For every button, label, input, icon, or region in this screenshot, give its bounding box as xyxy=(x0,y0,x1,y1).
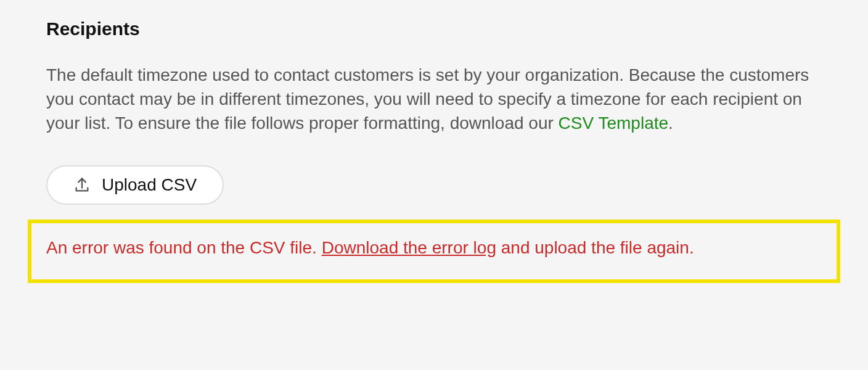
error-text-suffix: and upload the file again. xyxy=(496,238,694,257)
upload-icon xyxy=(73,176,91,194)
recipients-heading: Recipients xyxy=(46,18,822,39)
download-error-log-link[interactable]: Download the error log xyxy=(322,238,496,257)
upload-csv-button[interactable]: Upload CSV xyxy=(46,165,224,205)
recipients-description: The default timezone used to contact cus… xyxy=(46,63,822,136)
description-text-1: The default timezone used to contact cus… xyxy=(46,65,809,133)
description-text-2: . xyxy=(668,113,673,133)
error-message-box: An error was found on the CSV file. Down… xyxy=(28,220,840,283)
error-text-prefix: An error was found on the CSV file. xyxy=(46,238,322,257)
upload-csv-label: Upload CSV xyxy=(102,175,197,195)
csv-template-link[interactable]: CSV Template xyxy=(559,113,668,133)
